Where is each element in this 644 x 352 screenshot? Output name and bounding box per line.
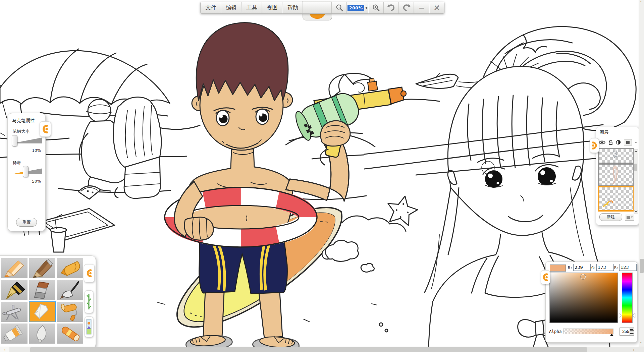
panel-handle-icon	[86, 269, 93, 278]
horizontal-scrollbar[interactable]: ‹ ›	[0, 347, 644, 352]
reset-button[interactable]: 重置	[16, 218, 37, 227]
pebble	[379, 323, 383, 326]
layers-options-button[interactable]	[625, 214, 634, 221]
palette-handle[interactable]	[84, 264, 95, 282]
marker-panel-title: 马克笔属性	[12, 118, 35, 124]
main-toolbar: 文件 编辑 工具 视图 帮助 200% ▼	[200, 2, 444, 14]
undo-icon	[387, 4, 395, 12]
speedboat-lineart	[416, 73, 480, 89]
tool-crayon[interactable]	[57, 258, 83, 278]
hue-marker-left-icon[interactable]	[619, 313, 622, 317]
foam-puff	[361, 263, 374, 272]
menu-view[interactable]: 视图	[262, 2, 282, 13]
tool-fountain-pen[interactable]	[1, 280, 28, 300]
scroll-down-icon[interactable]: ˅	[640, 342, 642, 346]
brush-size-knob[interactable]	[12, 135, 17, 146]
layer-menu-caret-icon[interactable]	[635, 142, 637, 143]
layers-panel: 图层	[596, 127, 639, 225]
zoom-level-field[interactable]: 200% ▼	[347, 2, 368, 13]
alpha-spinner[interactable]	[620, 328, 634, 336]
tool-wood-pencil[interactable]	[29, 258, 55, 278]
zoom-dropdown-icon[interactable]: ▼	[365, 6, 368, 9]
redo-button[interactable]	[399, 2, 414, 13]
alpha-slider[interactable]	[563, 329, 613, 334]
layers-scroll-thumb[interactable]	[634, 164, 637, 171]
layer2-preview	[599, 165, 633, 185]
undo-button[interactable]	[384, 2, 399, 13]
pebble	[385, 329, 388, 332]
menu-file[interactable]: 文件	[201, 2, 221, 13]
tool-marker[interactable]	[29, 302, 55, 322]
tool-airbrush[interactable]	[1, 302, 28, 322]
menu-edit[interactable]: 编辑	[221, 2, 241, 13]
zoom-in-button[interactable]	[368, 2, 383, 13]
layers-scrollbar[interactable]	[634, 149, 638, 214]
color-picker-panel: R: G: B: Alpha	[545, 261, 637, 343]
tool-paint-tube[interactable]	[1, 324, 28, 344]
list-icon	[626, 141, 630, 144]
new-layer-button[interactable]: 新建	[599, 213, 622, 221]
hue-bar[interactable]	[622, 273, 633, 323]
dilution-slider[interactable]	[12, 168, 42, 176]
alpha-marker-icon[interactable]	[610, 334, 613, 336]
list-icon	[626, 216, 630, 219]
layer-item-2[interactable]	[598, 163, 634, 187]
layers-panel-handle[interactable]	[590, 138, 599, 153]
green-label: G:	[591, 266, 596, 270]
red-field[interactable]	[573, 264, 591, 271]
scroll-right-button[interactable]: ›	[629, 347, 639, 352]
alpha-field[interactable]	[620, 328, 630, 335]
layer-item-1[interactable]	[598, 148, 634, 164]
alpha-spin-down[interactable]	[630, 332, 634, 335]
zoom-in-icon	[372, 4, 380, 12]
alpha-label: Alpha	[549, 329, 562, 334]
layer-item-3-active[interactable]	[598, 186, 634, 212]
horizontal-scroll-thumb[interactable]	[30, 347, 587, 352]
vertical-scrollbar[interactable]: ˄ ˅	[639, 0, 644, 347]
alpha-spin-up[interactable]	[630, 328, 634, 332]
layer-menu-button[interactable]	[624, 139, 632, 145]
panel-handle-icon	[42, 125, 49, 133]
layer-blend-icon[interactable]	[616, 140, 621, 145]
menu-tools[interactable]: 工具	[241, 2, 262, 13]
layer-lock-icon[interactable]	[608, 140, 613, 145]
red-label: R:	[568, 266, 573, 270]
minimize-button[interactable]: −	[414, 2, 429, 13]
scroll-down-icon[interactable]	[634, 210, 638, 213]
zoom-out-button[interactable]	[332, 2, 347, 13]
menu-help[interactable]: 帮助	[282, 2, 303, 13]
tool-brush-pen[interactable]	[29, 324, 55, 344]
tool-ink-brush[interactable]	[57, 280, 83, 300]
logo-spacer	[303, 2, 332, 13]
blue-field[interactable]	[619, 264, 637, 271]
layer1-preview	[599, 149, 633, 163]
brush-size-slider[interactable]	[12, 137, 42, 145]
green-field[interactable]	[596, 264, 614, 271]
layer3-preview	[599, 187, 633, 210]
palette-tab-bamboo[interactable]	[85, 290, 93, 313]
brush-size-label: 笔触大小	[13, 129, 30, 134]
tool-wax-crayon[interactable]	[57, 324, 83, 344]
scroll-up-icon[interactable]: ˄	[640, 1, 642, 5]
marker-panel-handle[interactable]	[40, 121, 51, 137]
color-cursor-icon[interactable]	[581, 274, 586, 279]
tool-paint-roller[interactable]	[57, 302, 83, 322]
dilution-knob[interactable]	[23, 166, 29, 177]
panel-handle-icon	[542, 273, 549, 282]
scroll-left-button[interactable]: ‹	[0, 347, 9, 352]
layers-panel-title: 图层	[600, 129, 608, 135]
palette-tab-gallery[interactable]	[85, 316, 93, 337]
zoom-level-value[interactable]: 200%	[347, 5, 364, 11]
close-button[interactable]: ×	[429, 2, 444, 13]
layers-options-caret-icon	[631, 217, 633, 218]
scroll-up-icon[interactable]	[634, 150, 638, 153]
zoom-out-icon	[335, 4, 343, 12]
color-panel-handle[interactable]	[541, 270, 550, 284]
saturation-value-gradient[interactable]	[549, 273, 618, 323]
tool-flat-brush[interactable]	[29, 280, 55, 300]
vertical-scroll-thumb[interactable]	[640, 259, 644, 273]
hue-marker-right-icon[interactable]	[633, 313, 635, 317]
tool-colored-pencil[interactable]	[1, 258, 28, 278]
sitting-figures-lineart	[79, 97, 161, 198]
layer-visibility-icon[interactable]	[599, 140, 605, 145]
